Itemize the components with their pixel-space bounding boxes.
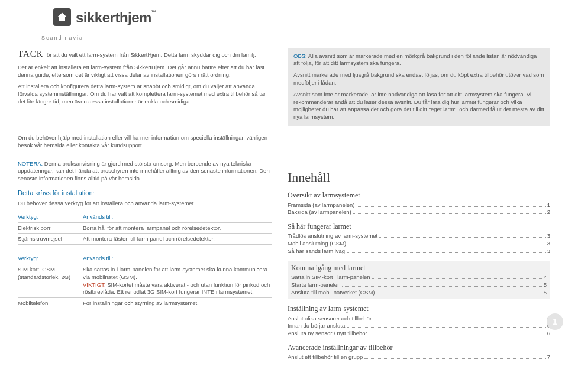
toc-section: Inställning av larm-systemetAnslut olika… — [288, 304, 550, 338]
toc-section-head: Komma igång med larmet — [291, 263, 547, 273]
table-row: Mobiltelefon För inställningar och styrn… — [18, 298, 272, 309]
toc-item: Anslut ett tillbehör till en grupp7 — [288, 354, 550, 361]
brand-block: sikkerthjem™ Scandinavia — [18, 8, 550, 42]
requirements-sub: Du behöver dessa verktyg för att install… — [18, 200, 272, 208]
toc-item: Mobil anslutning (GSM)3 — [288, 240, 550, 248]
toc: Innehåll Översikt av larmsystemetFramsid… — [288, 160, 550, 367]
obs-lead: OBS: — [293, 53, 307, 59]
toc-section: Komma igång med larmetSätta in SIM-kort … — [288, 261, 550, 299]
toc-item: Ansluta ny sensor / nytt tillbehör6 — [288, 330, 550, 338]
obs-box: OBS: Alla avsnitt som är markerade med e… — [288, 48, 550, 127]
toc-item: Trådlös anslutning av larm-systemet3 — [288, 232, 550, 240]
toc-item: Sätta in SIM-kort i larm-panelen4 — [291, 274, 547, 281]
intro-p3: Att installera och konfigurera detta lar… — [18, 83, 272, 105]
house-icon — [53, 8, 71, 26]
intro-p2: Det är enkelt att installera ett larm-sy… — [18, 64, 272, 79]
toc-section: Avancerade inställningar av tillbehörAns… — [288, 343, 550, 361]
table-row: Elektrisk borrBorra hål för att montera … — [18, 223, 272, 234]
toc-item: Anslut olika sensorer och tillbehör6 — [288, 315, 550, 323]
intro-p4: Om du behöver hjälp med installation ell… — [18, 134, 272, 150]
toc-item: Innan du börjar ansluta6 — [288, 322, 550, 330]
tools-table-1: Verktyg:Används till: Elektrisk borrBorr… — [18, 212, 272, 245]
toc-section-head: Översikt av larmsystemet — [288, 190, 550, 200]
toc-section-head: Inställning av larm-systemet — [288, 304, 550, 313]
brand-name: sikkerthjem — [76, 9, 151, 25]
toc-item: Baksida (av larmpanelen)2 — [288, 209, 550, 216]
toc-section-head: Avancerade inställningar av tillbehör — [288, 343, 550, 352]
intro-thanks: TACK för att du valt ett larm-system frå… — [18, 48, 272, 60]
toc-section: Så här fungerar larmetTrådlös anslutning… — [288, 222, 550, 255]
toc-item: Starta larm-panelen5 — [291, 281, 547, 289]
trademark-icon: ™ — [151, 9, 156, 15]
page-number-badge: 1 — [547, 313, 563, 330]
toc-title: Innehåll — [288, 169, 550, 186]
tools-table-2: Verktyg:Används till: SIM-kort, GSM (sta… — [18, 253, 272, 309]
table-row: SIM-kort, GSM (standardstorlek, 2G) Ska … — [18, 264, 272, 298]
toc-item: Så här sänds larm iväg3 — [288, 248, 550, 255]
toc-section-head: Så här fungerar larmet — [288, 222, 550, 231]
brand-subtitle: Scandinavia — [41, 34, 550, 41]
toc-section: Översikt av larmsystemetFramsida (av lar… — [288, 190, 550, 216]
requirements-title: Detta krävs för installation: — [18, 189, 272, 197]
toc-item: Ansluta till mobil-nätverket (GSM)5 — [291, 289, 547, 297]
notera-block: NOTERA: Denna bruksanvisning är gjord me… — [18, 160, 272, 183]
toc-item: Framsida (av larmpanelen)1 — [288, 202, 550, 209]
table-row: StjärnskruvmejselAtt montera fästen till… — [18, 234, 272, 245]
